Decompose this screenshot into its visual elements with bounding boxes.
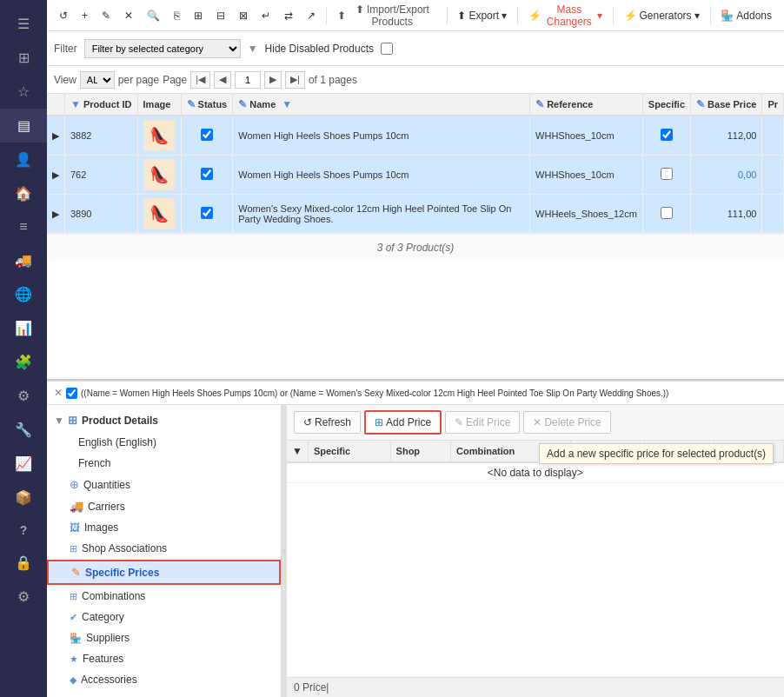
tree-section-product-details[interactable]: ▼ ⊞ Product Details: [47, 408, 281, 432]
add-button[interactable]: +: [76, 7, 93, 24]
sidebar-item-category[interactable]: ✔ Category: [47, 607, 281, 627]
arrow2-button[interactable]: ⇄: [279, 7, 298, 24]
arrow3-button[interactable]: ↗: [302, 7, 321, 24]
sidebar-item-suppliers[interactable]: 🏪 Suppliers: [47, 627, 281, 648]
filter-category-select[interactable]: Filter by selected category: [84, 39, 241, 58]
sidebar-item-puzzle[interactable]: 🧩: [0, 345, 47, 379]
cell-status[interactable]: [181, 116, 233, 156]
th-name[interactable]: ✎ Name ▼: [233, 94, 530, 116]
import-export-icon: ⬆: [337, 10, 346, 22]
sidebar-item-chart[interactable]: 📈: [0, 447, 47, 481]
filter-expr-close-button[interactable]: ✕: [54, 387, 63, 399]
refresh-button[interactable]: ↺: [54, 7, 73, 24]
product-table-wrapper: ▼ Product ID Image ✎ Status ✎ Name: [47, 94, 784, 381]
prev-page-button[interactable]: ◀: [214, 71, 231, 89]
search-button[interactable]: 🔍: [142, 7, 165, 24]
import-export-button[interactable]: ⬆ ⬆ Import/Export Products: [332, 1, 442, 30]
sidebar-item-international[interactable]: 🌐: [0, 277, 47, 311]
sidebar-item-features[interactable]: ★ Features: [47, 648, 281, 669]
sidebar-item-carriers[interactable]: 🚚 Carriers: [47, 495, 281, 517]
export-button[interactable]: ⬆ Export ▾: [452, 7, 512, 24]
sidebar-item-french[interactable]: French: [78, 453, 281, 474]
sidebar-item-images[interactable]: 🖼 Images: [47, 517, 281, 538]
sidebar-item-help[interactable]: ?: [0, 514, 47, 546]
sidebar-item-catalog[interactable]: ▤: [0, 109, 47, 143]
table-row[interactable]: ▶ 762 👠 Women High Heels Shoes Pumps 10c…: [47, 156, 784, 195]
first-page-button[interactable]: |◀: [190, 71, 210, 89]
row-expand[interactable]: ▶: [47, 195, 65, 234]
next-page-button[interactable]: ▶: [264, 71, 282, 89]
page-number-input[interactable]: [235, 71, 261, 89]
th-base-price[interactable]: ✎ Base Price: [691, 94, 762, 116]
cell-specific[interactable]: [642, 156, 690, 195]
th-specific-col[interactable]: Specific: [308, 441, 390, 462]
add-price-button[interactable]: ⊞ Add Price: [364, 410, 442, 435]
th-specific[interactable]: Specific: [642, 94, 690, 116]
sidebar-item-config[interactable]: ⚙: [0, 379, 47, 413]
specific-checkbox[interactable]: [661, 129, 673, 141]
th-expand: [47, 94, 65, 116]
delete-button[interactable]: ✕: [119, 7, 138, 24]
sidebar-item-menu[interactable]: ☰: [0, 7, 47, 41]
delete-price-button[interactable]: ✕ Delete Price: [523, 411, 610, 434]
sidebar-item-quantities[interactable]: ⊕ Quantities: [47, 474, 281, 495]
copy-button[interactable]: ⎘: [169, 7, 185, 24]
mass-changers-button[interactable]: ⚡ Mass Changers ▾: [523, 1, 608, 30]
arrow1-button[interactable]: ↵: [256, 7, 276, 24]
filter-expr-checkbox[interactable]: [66, 388, 77, 399]
th-pr[interactable]: Pr: [762, 94, 784, 116]
sidebar-item-products2[interactable]: 📦: [0, 481, 47, 514]
sidebar: ☰ ⊞ ☆ ▤ 👤 🏠 ≡ 🚚 🌐 📊 🧩: [0, 0, 47, 697]
row-expand[interactable]: ▶: [47, 156, 65, 195]
table-row[interactable]: ▶ 3882 👠 Women High Heels Shoes Pumps 10…: [47, 116, 784, 156]
addons-button[interactable]: 🏪 Addons: [715, 7, 777, 24]
sidebar-item-combinations[interactable]: ⊞ Combinations: [47, 586, 281, 607]
sidebar-item-shipping[interactable]: 🚚: [0, 243, 47, 277]
cell-status[interactable]: [181, 195, 233, 234]
hide-disabled-checkbox[interactable]: [381, 43, 393, 55]
last-page-button[interactable]: ▶|: [285, 71, 305, 89]
edit-button[interactable]: ✎: [96, 7, 116, 24]
sidebar-item-dashboard[interactable]: ⊞: [0, 41, 47, 75]
sidebar-item-english[interactable]: English (English): [78, 432, 281, 453]
row-expand[interactable]: ▶: [47, 116, 65, 156]
cell-pr: [762, 116, 784, 156]
sidebar-item-modules[interactable]: ≡: [0, 210, 47, 243]
th-shop-col[interactable]: Shop: [390, 441, 450, 462]
edit-price-icon: ✎: [455, 416, 463, 428]
specific-checkbox[interactable]: [661, 207, 673, 219]
sidebar-item-settings[interactable]: ⚙: [0, 580, 47, 614]
refresh-prices-button[interactable]: ↺ Refresh: [294, 411, 361, 434]
specific-checkbox[interactable]: [661, 168, 673, 180]
view-per-page-select[interactable]: ALL: [80, 71, 115, 89]
sidebar-item-specific-prices[interactable]: ✎ Specific Prices: [47, 560, 281, 585]
sidebar-item-customers[interactable]: 👤: [0, 143, 47, 176]
table-row[interactable]: ▶ 3890 👠 Women's Sexy Mixed-color 12cm H…: [47, 195, 784, 234]
th-reference[interactable]: ✎ Reference: [530, 94, 643, 116]
status-checkbox[interactable]: [201, 207, 213, 219]
cell-specific[interactable]: [642, 195, 690, 234]
cell-specific[interactable]: [642, 116, 690, 156]
pagination-bar: View ALL per page Page |◀ ◀ ▶ ▶| of 1 pa…: [47, 66, 784, 94]
sidebar-item-shop-associations[interactable]: ⊞ Shop Associations: [47, 538, 281, 559]
sidebar-item-orders[interactable]: ☆: [0, 75, 47, 109]
box2-button[interactable]: ⊠: [234, 7, 253, 24]
generators-button[interactable]: ⚡ Generators ▾: [619, 7, 705, 24]
sidebar-item-stats[interactable]: 📊: [0, 311, 47, 345]
sidebar-item-lock[interactable]: 🔒: [0, 546, 47, 580]
cell-status[interactable]: [181, 156, 233, 195]
th-image[interactable]: Image: [137, 94, 181, 116]
export-label: Export: [468, 10, 499, 22]
box1-button[interactable]: ⊟: [211, 7, 230, 24]
page-button[interactable]: ⊞: [189, 7, 208, 24]
sidebar-item-accessories[interactable]: ◆ Accessories: [47, 669, 281, 690]
th-status[interactable]: ✎ Status: [181, 94, 233, 116]
cell-reference: WHHShoes_10cm: [530, 116, 643, 156]
th-product-id[interactable]: ▼ Product ID: [65, 94, 138, 116]
edit-price-button[interactable]: ✎ Edit Price: [445, 411, 520, 434]
sidebar-item-delivery[interactable]: 🏠: [0, 176, 47, 210]
sidebar-item-tools[interactable]: 🔧: [0, 413, 47, 447]
hide-disabled-label: Hide Disabled Products: [265, 43, 374, 55]
status-checkbox[interactable]: [201, 129, 213, 141]
status-checkbox[interactable]: [201, 168, 213, 180]
